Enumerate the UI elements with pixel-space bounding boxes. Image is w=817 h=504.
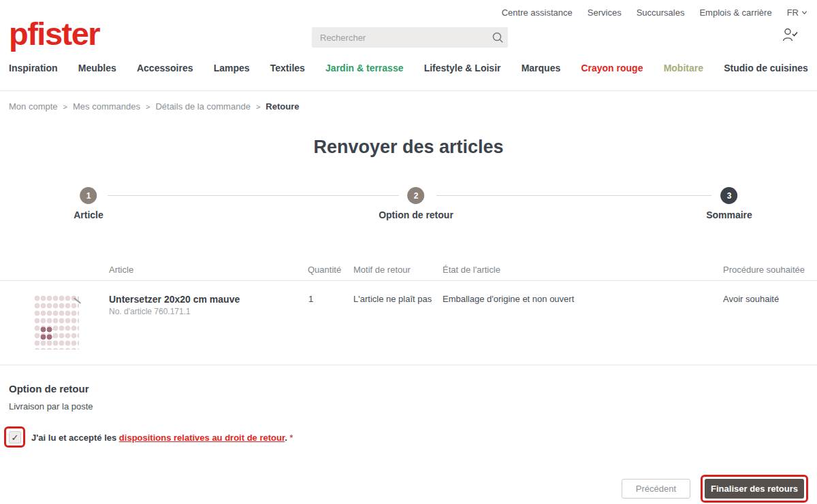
- step-article: 1 Article: [74, 177, 103, 220]
- stepper-connector: [436, 195, 711, 196]
- breadcrumb-mon-compte[interactable]: Mon compte: [9, 101, 58, 112]
- return-summary-page: Centre assistance Services Succursales E…: [0, 0, 817, 504]
- breadcrumb-separator: >: [256, 103, 260, 111]
- consent-text-before: J'ai lu et accepté les: [31, 433, 116, 443]
- breadcrumb-separator: >: [146, 103, 150, 111]
- utility-link-stores[interactable]: Succursales: [637, 7, 685, 18]
- row-return-reason: L'article ne plaît pas: [353, 294, 432, 304]
- product-article-number: No. d'article 760.171.1: [109, 307, 191, 316]
- utility-nav: Centre assistance Services Succursales E…: [502, 7, 807, 18]
- stepper-connector: [108, 195, 399, 196]
- step-number-badge: 1: [80, 187, 97, 204]
- step-label: Article: [74, 209, 103, 220]
- step-number-badge: 2: [407, 187, 424, 204]
- step-number-badge: 3: [720, 187, 737, 204]
- breadcrumb-current: Retoure: [266, 101, 299, 112]
- step-option-de-retour: 2 Option de retour: [379, 177, 453, 220]
- breadcrumb-details-commande[interactable]: Détails de la commande: [155, 101, 250, 112]
- main-nav: Inspiration Meubles Accessoires Lampes T…: [0, 63, 817, 73]
- step-sommaire: 3 Sommaire: [706, 177, 752, 220]
- header-divider: [0, 90, 817, 91]
- breadcrumb-mes-commandes[interactable]: Mes commandes: [73, 101, 140, 112]
- col-header-motif: Motif de retour: [353, 265, 411, 275]
- row-desired-procedure: Avoir souhaité: [723, 294, 779, 304]
- finalize-returns-button[interactable]: Finaliser des retours: [705, 479, 804, 499]
- language-label: FR: [787, 7, 799, 18]
- search-box: [312, 27, 508, 48]
- pfister-logo[interactable]: pfister: [9, 18, 99, 50]
- consent-checkbox[interactable]: [9, 431, 21, 443]
- product-name: Untersetzer 20x20 cm mauve: [109, 294, 240, 305]
- consent-label: J'ai lu et accepté les dispositions rela…: [31, 433, 293, 443]
- utility-link-jobs[interactable]: Emplois & carrière: [699, 7, 771, 18]
- return-policy-link[interactable]: dispositions relatives au droit de retou…: [119, 433, 285, 443]
- nav-item-accessoires[interactable]: Accessoires: [137, 63, 193, 73]
- breadcrumb-separator: >: [63, 103, 67, 111]
- consent-text-after: .: [285, 433, 287, 443]
- row-article-condition: Emballage d'origine et non ouvert: [443, 294, 574, 304]
- nav-item-inspiration[interactable]: Inspiration: [9, 63, 58, 73]
- nav-item-lifestyle-loisir[interactable]: Lifestyle & Loisir: [424, 63, 501, 73]
- table-divider: [0, 280, 817, 281]
- utility-link-help[interactable]: Centre assistance: [502, 7, 573, 18]
- row-quantity: 1: [308, 294, 313, 304]
- nav-item-textiles[interactable]: Textiles: [270, 63, 305, 73]
- col-header-quantite: Quantité: [308, 265, 341, 275]
- search-icon[interactable]: [487, 27, 508, 48]
- return-option-value: Livraison par la poste: [9, 401, 93, 411]
- bead-pattern-accent: [40, 326, 53, 341]
- nav-item-marques[interactable]: Marques: [522, 63, 561, 73]
- table-divider: [0, 365, 817, 365]
- search-input[interactable]: [312, 33, 487, 43]
- product-image: [31, 290, 84, 355]
- chevron-down-icon: [801, 10, 807, 16]
- nav-item-mobitare[interactable]: Mobitare: [664, 63, 703, 73]
- col-header-article: Article: [109, 265, 133, 275]
- nav-item-lampes[interactable]: Lampes: [214, 63, 250, 73]
- previous-button[interactable]: Précédent: [622, 479, 690, 499]
- breadcrumb: Mon compte > Mes commandes > Détails de …: [9, 101, 299, 112]
- nav-item-crayon-rouge[interactable]: Crayon rouge: [581, 63, 643, 73]
- col-header-procedure: Procédure souhaitée: [723, 265, 805, 275]
- nav-item-studio-cuisines[interactable]: Studio de cuisines: [724, 63, 808, 73]
- language-selector[interactable]: FR: [787, 7, 807, 18]
- step-label: Sommaire: [706, 209, 752, 220]
- utility-link-services[interactable]: Services: [588, 7, 622, 18]
- col-header-etat: État de l'article: [443, 265, 500, 275]
- account-logged-in-icon[interactable]: [782, 27, 799, 42]
- stepper: 1 Article 2 Option de retour 3 Sommaire: [0, 177, 817, 224]
- step-label: Option de retour: [379, 209, 453, 220]
- return-option-title: Option de retour: [9, 383, 89, 394]
- nav-item-meubles[interactable]: Meubles: [78, 63, 116, 73]
- nav-item-jardin-terrasse[interactable]: Jardin & terrasse: [325, 63, 403, 73]
- required-asterisk: *: [290, 433, 293, 443]
- page-title: Renvoyer des articles: [0, 137, 817, 158]
